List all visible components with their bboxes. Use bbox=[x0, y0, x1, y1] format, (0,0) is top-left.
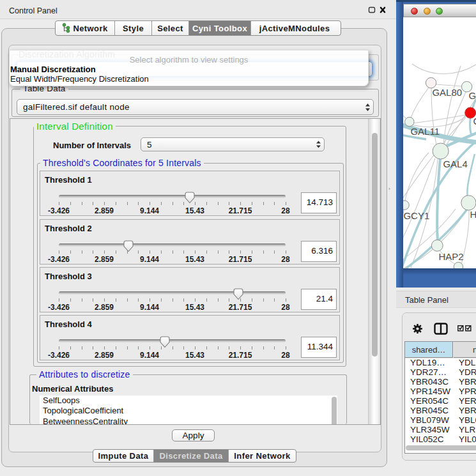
svg-text:GA: GA bbox=[468, 90, 476, 101]
svg-text:GAL80: GAL80 bbox=[432, 87, 462, 98]
svg-text:HAP2: HAP2 bbox=[438, 251, 463, 262]
svg-text:H: H bbox=[470, 209, 476, 220]
svg-text:C: C bbox=[473, 116, 476, 127]
svg-text:GAL11: GAL11 bbox=[410, 126, 440, 137]
svg-text:GCY1: GCY1 bbox=[403, 210, 429, 221]
svg-text:GAL4: GAL4 bbox=[443, 158, 467, 169]
